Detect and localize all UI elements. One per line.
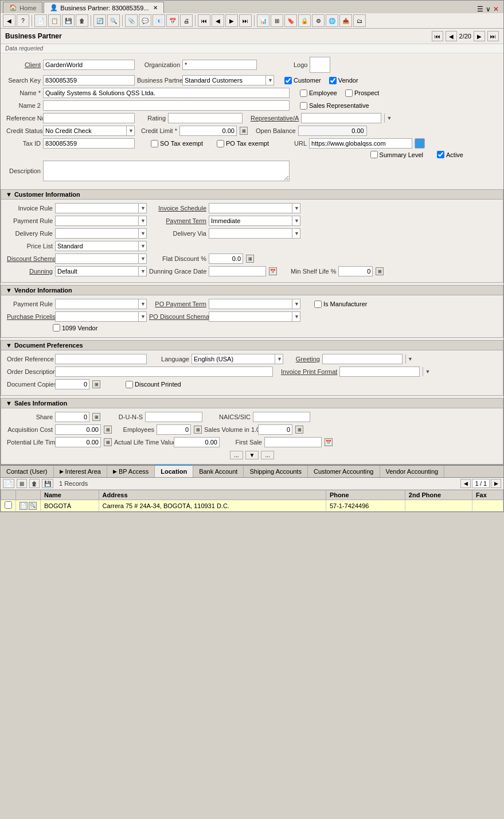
delivery-via-select[interactable]: ▼ [209,228,300,239]
dunning-input[interactable] [56,267,138,275]
dots-nav[interactable]: ▼ [245,451,259,459]
price-list-input[interactable] [56,242,138,250]
rep-input[interactable] [302,114,384,122]
discount-schema-select[interactable]: ▼ [55,253,147,264]
first-sale-cal[interactable]: 📅 [325,438,333,446]
dots-prev[interactable]: ... [230,451,243,459]
potential-life-calc[interactable]: ⊞ [104,438,112,446]
rating-input[interactable] [168,113,243,123]
dunning-arrow[interactable]: ▼ [138,267,147,276]
description-input[interactable] [43,161,290,181]
row-checkbox-cell[interactable] [1,500,16,512]
customer-info-section-header[interactable]: ▼ Customer Information [1,189,503,200]
dunning-select[interactable]: ▼ [55,266,147,276]
ref-no-input[interactable] [43,113,135,123]
settings-btn[interactable]: ⚙ [312,14,325,27]
tab-home[interactable]: 🏠 Home [3,2,42,13]
discount-printed-checkbox[interactable] [126,381,133,388]
po-discount-schema-select[interactable]: ▼ [209,311,300,322]
rep-arrow[interactable]: ▼ [384,114,393,123]
is-manufacturer-label[interactable]: Is Manufacturer [314,301,367,308]
dunning-label[interactable]: Dunning [7,268,53,275]
invoice-rule-arrow[interactable]: ▼ [138,204,147,213]
credit-status-input[interactable] [44,127,126,135]
tab-business-partner[interactable]: 👤 Business Partner: 830085359... ✕ [44,2,164,13]
vendor-payment-rule-arrow[interactable]: ▼ [138,299,147,309]
close-window-icon[interactable]: ✕ [493,5,499,13]
bp-group-select[interactable]: ▼ [182,75,274,85]
share-input[interactable] [55,412,89,422]
greeting-label[interactable]: Greeting [286,356,320,362]
actual-life-input[interactable] [174,437,220,447]
new-btn[interactable]: 📄 [34,14,47,27]
po-discount-schema-label[interactable]: PO Discount Schema [149,313,206,320]
duns-input[interactable] [145,412,202,422]
dunning-grace-input[interactable] [209,266,266,276]
name2-input[interactable] [43,100,290,111]
prev-btn[interactable]: ◀ [212,14,224,27]
nav-prev[interactable]: ◀ [446,31,457,41]
po-payment-term-input[interactable] [209,300,292,308]
share-calc[interactable]: ⊞ [92,413,100,421]
language-input[interactable] [192,355,275,363]
grid-nav-next[interactable]: ▶ [491,479,501,488]
tab-bank-account[interactable]: Bank Account [193,466,244,477]
row-edit-btn[interactable]: 📄 [19,502,28,510]
invoice-rule-input[interactable] [56,204,138,212]
lock-btn[interactable]: 🔒 [298,14,311,27]
email-btn[interactable]: 📧 [153,14,165,27]
grid-copy-btn[interactable]: ⊞ [17,479,27,488]
delivery-via-input[interactable] [209,229,292,237]
search-key-input[interactable] [43,75,135,85]
doc-copies-calc[interactable]: ⊞ [92,380,100,388]
discount-printed-label[interactable]: Discount Printed [126,381,181,388]
po-discount-schema-input[interactable] [209,313,292,321]
po-discount-schema-arrow[interactable]: ▼ [292,312,301,321]
active-checkbox[interactable] [437,151,444,158]
tab-contact-user[interactable]: Contact (User) [1,466,54,477]
payment-rule-input[interactable] [56,217,138,225]
payment-rule-select[interactable]: ▼ [55,216,147,226]
row-checkbox[interactable] [5,501,12,509]
vendor-info-section-header[interactable]: ▼ Vendor Information [1,285,503,295]
back-btn[interactable]: ◀ [3,14,15,27]
min-shelf-input[interactable] [338,266,373,276]
invoice-rule-select[interactable]: ▼ [55,203,147,213]
po-payment-term-label[interactable]: PO Payment Term [149,301,206,307]
flat-discount-calc[interactable]: ⊞ [246,255,254,263]
summary-checkbox[interactable] [370,151,378,158]
order-desc-input[interactable] [55,366,273,377]
attach-btn[interactable]: 📎 [125,14,138,27]
dunning-grace-cal[interactable]: 📅 [269,267,277,275]
calendar-btn[interactable]: 📅 [166,14,179,27]
invoice-print-arrow[interactable]: ▼ [423,367,432,376]
bp-group-arrow[interactable]: ▼ [265,76,275,85]
sales-info-section-header[interactable]: ▼ Sales Information [1,398,503,408]
potential-life-input[interactable] [55,437,101,447]
customer-checkbox[interactable] [284,77,292,84]
tab-vendor-accounting[interactable]: Vendor Accounting [380,466,445,477]
invoice-schedule-arrow[interactable]: ▼ [292,204,301,213]
delivery-rule-arrow[interactable]: ▼ [138,229,147,238]
credit-status-arrow[interactable]: ▼ [126,126,135,135]
grid-new-btn[interactable]: 📄 [3,479,14,488]
row-zoom-btn[interactable]: 🔍 [29,502,37,510]
discount-schema-label[interactable]: Discount Schema [7,255,53,262]
customer-checkbox-label[interactable]: Customer [284,77,321,84]
acquisition-cost-calc[interactable]: ⊞ [104,426,112,434]
so-tax-label[interactable]: SO Tax exempt [151,140,203,147]
invoice-schedule-input[interactable] [209,204,292,212]
language-arrow[interactable]: ▼ [275,354,284,364]
tab-interest-area[interactable]: ▶ Interest Area [54,466,107,477]
purchase-pricelist-label[interactable]: Purchase Pricelist [7,313,53,320]
so-tax-checkbox[interactable] [151,140,158,147]
invoice-print-label[interactable]: Invoice Print Format [281,368,337,375]
tab-location[interactable]: Location [155,465,193,477]
min-icon[interactable]: ∨ [486,5,491,13]
credit-status-select[interactable]: ▼ [43,126,135,136]
po-payment-term-select[interactable]: ▼ [209,299,300,309]
naics-input[interactable] [253,412,310,422]
po-payment-term-arrow[interactable]: ▼ [292,299,301,309]
client-label[interactable]: Client [6,61,41,68]
invoice-print-select[interactable]: ▼ [339,366,420,377]
